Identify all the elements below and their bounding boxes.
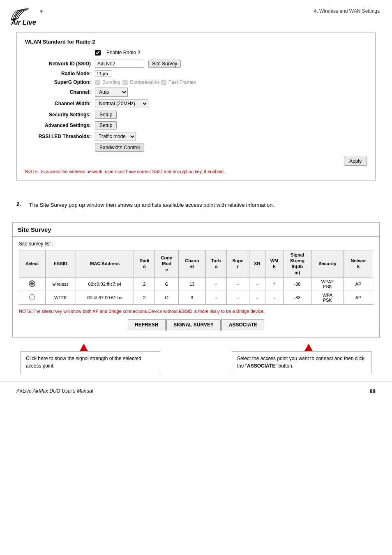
channel-width-label: Channel Width: xyxy=(25,101,91,106)
svg-text:Air Live: Air Live xyxy=(11,18,36,26)
airlive-logo: Air Live ® xyxy=(8,4,53,27)
svg-text:®: ® xyxy=(40,10,43,14)
footer-page: 88 xyxy=(370,388,376,394)
compression-label: Compression xyxy=(130,79,159,85)
cell-mac-2: 00:4f:67:00:61:ba xyxy=(76,291,134,304)
enable-radio-checkbox[interactable] xyxy=(95,50,101,56)
signal-survey-annotation: Click here to show the signal strength o… xyxy=(21,351,160,373)
bursting-checkbox[interactable] xyxy=(95,80,100,85)
superg-label: SuperG Option: xyxy=(25,79,91,85)
site-survey-section: Site Survey Site survey list : Select ES… xyxy=(12,222,380,338)
col-signal: SignalStrength(dbm) xyxy=(284,250,311,277)
bandwidth-control-button[interactable]: Bandwidth Control xyxy=(95,143,144,152)
security-settings-label: Security Settings: xyxy=(25,112,91,118)
cell-network-1: AP xyxy=(344,277,373,291)
cell-signal-2: -83 xyxy=(284,291,311,304)
ssid-label: Network ID (SSID) xyxy=(25,61,91,67)
associate-annot-bold: ASSOCIATE xyxy=(247,363,275,369)
advanced-setup-button[interactable]: Setup xyxy=(95,121,117,130)
associate-arrow xyxy=(304,344,313,351)
radio-selected-1[interactable] xyxy=(29,280,35,287)
signal-survey-button[interactable]: SIGNAL SURVEY xyxy=(166,319,221,330)
channel-row: Channel: Auto xyxy=(25,88,367,97)
step2-text: The Site Survey pop up window then shows… xyxy=(29,201,274,210)
page-header: Air Live ® 4. Wireless and WAN Settings xyxy=(0,0,392,28)
site-survey-button[interactable]: Site Survey xyxy=(148,60,181,68)
cell-turbo-1: - xyxy=(205,277,226,291)
cell-mode-2: G xyxy=(155,291,178,304)
col-channel: Channel xyxy=(178,250,205,277)
radio-mode-input[interactable] xyxy=(95,70,111,77)
footer-title: AirLive AirMax DUO User's Manual xyxy=(16,388,93,394)
ssid-input[interactable] xyxy=(95,60,144,68)
col-select: Select xyxy=(19,250,46,277)
ss-buttons-row: REFRESH SIGNAL SURVEY ASSOCIATE xyxy=(19,319,373,331)
col-security: Security xyxy=(311,250,344,277)
associate-annotation: Select the access point you want to conn… xyxy=(232,351,371,373)
cell-super-1: - xyxy=(226,277,249,291)
cell-select-2[interactable] xyxy=(19,291,46,304)
main-content: WLAN Standard for Radio 2 Enable Radio 2… xyxy=(0,28,392,193)
step2-section: 2. The Site Survey pop up window then sh… xyxy=(16,201,376,210)
site-survey-title: Site Survey xyxy=(13,223,379,237)
cell-radio-2: 2 xyxy=(134,291,155,304)
cell-xr-1: - xyxy=(249,277,265,291)
superg-row: SuperG Option: Bursting Compression Fast… xyxy=(25,79,367,85)
col-wme: WME xyxy=(265,250,284,277)
col-turbo: Turbo xyxy=(205,250,226,277)
rssi-row: RSSI LED Thresholds: Traffic mode xyxy=(25,132,367,141)
wlan-note: NOTE: To access the wireless network, us… xyxy=(25,169,367,174)
col-network: Network xyxy=(344,250,373,277)
site-survey-table: Select ESSID MAC Address Radio ConnMode … xyxy=(19,250,373,305)
section-divider xyxy=(12,216,380,216)
cell-turbo-2: - xyxy=(205,291,226,304)
security-setup-button[interactable]: Setup xyxy=(95,111,117,119)
cell-mac-1: 00:c0:02:ff:c7:e4 xyxy=(76,277,134,291)
refresh-button[interactable]: REFRESH xyxy=(128,319,165,330)
logo: Air Live ® xyxy=(8,4,58,28)
cell-essid-2: WT2K xyxy=(45,291,76,304)
cell-essid-1: wireless xyxy=(45,277,76,291)
col-mac: MAC Address xyxy=(76,250,134,277)
ssid-row: Network ID (SSID) Site Survey xyxy=(25,60,367,68)
fast-frames-checkbox[interactable] xyxy=(161,80,166,85)
associate-annot-post: ” button. xyxy=(275,363,293,369)
advanced-settings-row: Advanced Settings: Setup xyxy=(25,121,367,130)
cell-wme-1: * xyxy=(265,277,284,291)
table-row: wireless 00:c0:02:ff:c7:e4 2 G 13 - - - … xyxy=(19,277,373,291)
apply-button[interactable]: Apply xyxy=(344,157,367,166)
cell-security-1: WPA2PSK xyxy=(311,277,344,291)
arrows-area xyxy=(0,344,392,351)
cell-channel-1: 13 xyxy=(178,277,205,291)
cell-mode-1: G xyxy=(155,277,178,291)
wlan-box-title: WLAN Standard for Radio 2 xyxy=(25,39,367,45)
superg-options: Bursting Compression Fast Frames xyxy=(95,79,196,85)
enable-radio-label: Enable Radio 2 xyxy=(106,50,140,56)
bursting-label: Bursting xyxy=(102,79,120,85)
radio-empty-2[interactable] xyxy=(29,294,35,300)
channel-select[interactable]: Auto xyxy=(95,88,128,97)
cell-signal-1: -88 xyxy=(284,277,311,291)
page-footer: AirLive AirMax DUO User's Manual 88 xyxy=(0,382,392,400)
col-radio: Radio xyxy=(134,250,155,277)
apply-row: Apply xyxy=(25,157,367,166)
rssi-label: RSSI LED Thresholds: xyxy=(25,134,91,139)
compression-checkbox[interactable] xyxy=(122,80,128,85)
ss-note: NOTE:The sitesurvey will show both AP an… xyxy=(19,309,373,314)
signal-survey-arrow xyxy=(80,344,88,351)
col-xr: XR xyxy=(249,250,265,277)
page-reference: 4. Wireless and WAN Settings xyxy=(314,8,380,14)
security-settings-row: Security Settings: Setup xyxy=(25,111,367,119)
cell-network-2: AP xyxy=(344,291,373,304)
cell-xr-2: - xyxy=(249,291,265,304)
rssi-select[interactable]: Traffic mode xyxy=(95,132,136,141)
channel-width-row: Channel Width: Normal (20MHz) xyxy=(25,99,367,108)
enable-radio-row: Enable Radio 2 xyxy=(25,50,367,56)
channel-width-select[interactable]: Normal (20MHz) xyxy=(95,99,148,108)
associate-button[interactable]: ASSOCIATE xyxy=(222,319,264,330)
cell-security-2: WPAPSK xyxy=(311,291,344,304)
wlan-form: Enable Radio 2 Network ID (SSID) Site Su… xyxy=(25,50,367,152)
cell-radio-1: 2 xyxy=(134,277,155,291)
cell-select-1[interactable] xyxy=(19,277,46,291)
col-essid: ESSID xyxy=(45,250,76,277)
